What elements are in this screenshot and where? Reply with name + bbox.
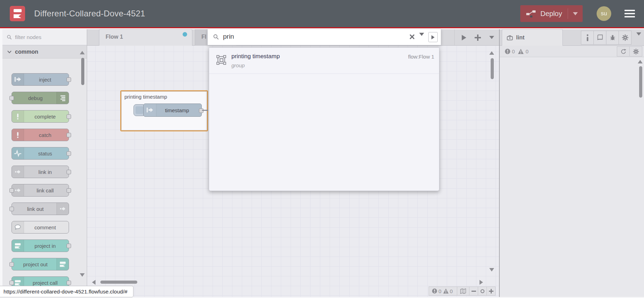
palette-node-project-in[interactable]: project in [12, 239, 69, 252]
circle-icon [481, 289, 484, 293]
search-results-list: printing timestamp group flow:Flow 1 [209, 47, 439, 191]
scroll-left-button[interactable] [92, 280, 95, 285]
scroll-right-button[interactable] [480, 280, 483, 285]
navigator-button[interactable] [457, 286, 469, 296]
input-port [9, 188, 14, 193]
tab-controls [454, 29, 499, 46]
palette-node-link-call[interactable]: link call [12, 184, 69, 197]
horizontal-scrollbar [87, 280, 499, 285]
error-icon [432, 288, 437, 294]
scroll-up-button[interactable] [489, 51, 494, 55]
error-icon [505, 48, 511, 54]
bug-icon [609, 34, 616, 41]
sidebar-scrollbar-thumb[interactable] [639, 66, 642, 98]
zoom-reset-button[interactable] [478, 286, 486, 296]
triangle-up-icon [489, 51, 494, 55]
add-flow-button[interactable] [475, 35, 481, 41]
ff-icon [12, 240, 24, 252]
main-menu-button[interactable] [624, 10, 635, 17]
palette-category-label: common [15, 49, 38, 55]
inject-arrow-icon [144, 104, 156, 116]
next-tab-button[interactable] [462, 35, 466, 40]
palette-node-debug[interactable]: debug [12, 92, 69, 104]
palette-node-status[interactable]: status [12, 147, 69, 160]
input-port [9, 262, 14, 267]
deploy-options-button[interactable] [568, 8, 578, 19]
user-avatar[interactable]: su [597, 6, 611, 21]
deploy-button[interactable]: Deploy [520, 5, 583, 22]
search-options-button[interactable] [419, 36, 424, 42]
lint-settings-button[interactable] [629, 46, 642, 56]
palette-scrollbar-thumb[interactable] [81, 58, 84, 85]
refresh-button[interactable] [617, 46, 630, 56]
lint-error-count: 0 [512, 48, 515, 54]
palette-category-common[interactable]: common [2, 45, 87, 59]
help-tab-button[interactable] [593, 31, 606, 45]
lint-results-panel [500, 57, 644, 297]
triangle-down-icon [489, 268, 494, 272]
config-tab-button[interactable] [619, 31, 631, 45]
hamburger-icon [624, 10, 635, 11]
info-icon [586, 34, 589, 41]
tab-flow-1[interactable]: Flow 1 [99, 29, 192, 46]
palette-node-inject[interactable]: inject [12, 73, 69, 86]
triangle-left-icon [92, 280, 95, 285]
palette-scroll-down-button[interactable] [80, 273, 85, 277]
info-tab-button[interactable] [581, 31, 594, 45]
notification-counts[interactable]: 0 0 [429, 286, 457, 296]
instance-title: Different-Collared-Dove-4521 [34, 9, 145, 18]
gear-icon [633, 48, 639, 55]
sidebar-menu-button[interactable] [636, 36, 641, 42]
palette-node-catch[interactable]: catch [12, 129, 69, 141]
sidebar-tab-lint[interactable]: lint [502, 29, 563, 46]
debug-tab-button[interactable] [606, 31, 619, 45]
output-port [67, 114, 71, 119]
result-location: flow:Flow 1 [408, 54, 434, 60]
chevron-down-icon [636, 32, 641, 41]
palette-filter[interactable]: filter nodes [2, 29, 87, 45]
result-title: printing timestamp [231, 53, 280, 60]
sidebar-tab-label: lint [516, 35, 524, 41]
search-input-value[interactable]: prin [223, 33, 234, 40]
lint-summary-bar: 0 0 [500, 46, 644, 57]
zoom-out-button[interactable] [469, 291, 478, 292]
palette-filter-placeholder: filter nodes [15, 34, 41, 40]
palette-scroll-up-button[interactable] [80, 51, 85, 54]
refresh-icon [620, 48, 627, 55]
pulse-icon [12, 147, 24, 159]
minus-icon [472, 291, 476, 292]
palette-node-project-out[interactable]: project out [12, 258, 69, 270]
search-box[interactable]: prin [207, 29, 441, 45]
output-port [67, 77, 71, 82]
palette-node-complete[interactable]: complete [12, 110, 69, 123]
bubble-icon [12, 221, 24, 233]
header: Different-Collared-Dove-4521 Deploy su [0, 0, 644, 28]
exclaim-icon [12, 110, 24, 122]
flow-list-button[interactable] [489, 36, 494, 39]
triangle-right-icon [431, 35, 435, 39]
output-port [67, 133, 71, 137]
output-port [67, 151, 71, 156]
palette-node-link-out[interactable]: link out [12, 203, 69, 215]
search-icon [7, 35, 12, 40]
palette-node-list: inject debug complete catch status link … [2, 59, 87, 289]
result-subtitle: group [231, 62, 245, 68]
lines-icon [56, 92, 69, 104]
sidebar-scroll-up-button[interactable] [638, 60, 643, 63]
warning-icon [443, 288, 449, 294]
scroll-down-button[interactable] [489, 268, 494, 272]
palette-node-comment[interactable]: comment [12, 221, 69, 234]
zoom-in-button[interactable] [486, 286, 495, 296]
node-red-editor: Different-Collared-Dove-4521 Deploy su f… [0, 0, 644, 298]
search-result-item[interactable]: printing timestamp group flow:Flow 1 [209, 48, 439, 74]
ff-icon [56, 258, 69, 270]
input-port [9, 96, 14, 100]
chevron-down-icon [573, 12, 578, 15]
vertical-scrollbar-thumb[interactable] [491, 58, 494, 79]
search-expand-button[interactable] [428, 32, 438, 42]
horizontal-scrollbar-thumb[interactable] [100, 281, 137, 284]
clear-search-icon[interactable] [409, 34, 415, 40]
inject-node[interactable]: timestamp [133, 104, 202, 117]
palette-node-link-in[interactable]: link in [12, 166, 69, 178]
plus-icon [489, 289, 493, 293]
